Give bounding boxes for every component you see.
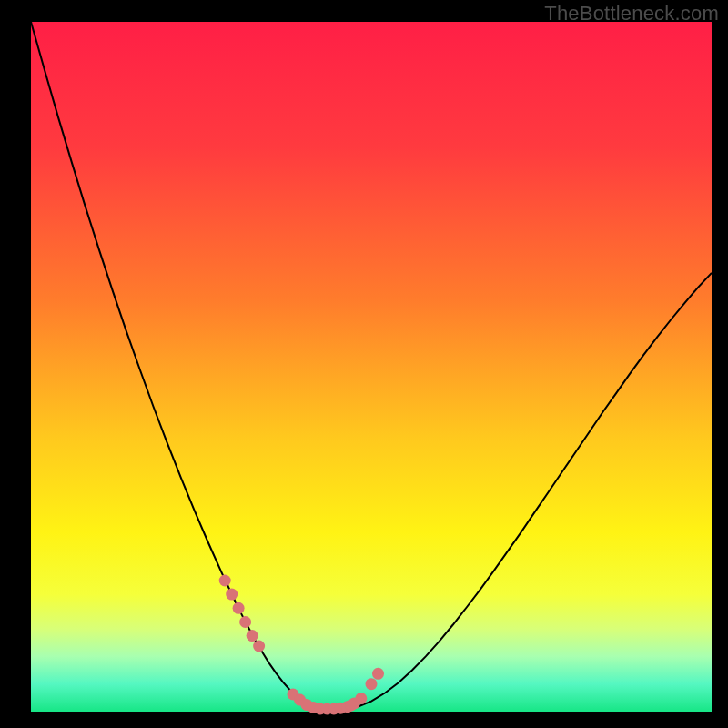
attribution-text: TheBottleneck.com [544,2,719,25]
marker-dot [226,589,238,601]
marker-dot [253,641,265,652]
markers-group [219,575,384,715]
marker-dot [239,616,251,628]
marker-dot [233,602,245,614]
marker-dot [247,630,258,642]
marker-dot [372,668,384,680]
marker-dot [355,693,367,704]
outer-frame: TheBottleneck.com [0,0,728,728]
chart-svg [31,22,712,712]
bottleneck-curve [31,22,712,709]
marker-dot [219,575,231,587]
plot-area [31,22,712,712]
marker-dot [366,678,378,690]
